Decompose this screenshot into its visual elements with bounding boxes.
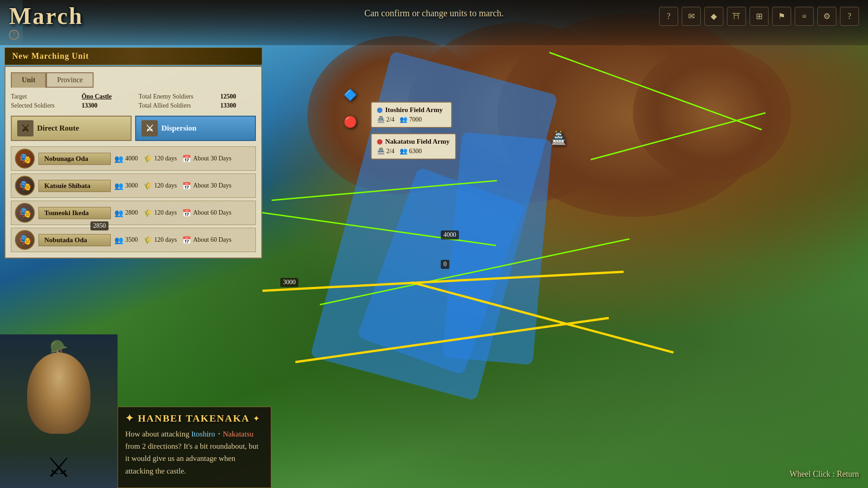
toolbar-help-btn[interactable]: ? [659, 7, 678, 26]
soldiers-icon-4: 👥 [114, 236, 123, 244]
march-value-nobutada: About 60 Days [193, 236, 231, 244]
commander-row-nobutada[interactable]: 🎭 Nobutada Oda 👥 3500 🌾 120 days 📅 About… [11, 228, 256, 252]
direct-route-btn[interactable]: ⚔ Direct Route [11, 116, 132, 141]
stat-march-nobutada: 📅 About 60 Days [182, 236, 231, 244]
march-icon-2: 📅 [182, 182, 191, 190]
castle-icon-map: 🏯 [552, 131, 565, 145]
soldiers-value-katsuie: 3000 [125, 182, 138, 189]
commander-avatar-nobutada: 🎭 [15, 230, 35, 250]
char-name-decoration: ✦ [125, 413, 134, 424]
tab-province[interactable]: Province [46, 72, 94, 88]
selected-soldiers-value: 13300 [81, 102, 131, 109]
army-soldiers-itoshiro: 👥 7000 [400, 116, 422, 123]
army-soldiers-nakatatsu: 👥 6300 [400, 147, 422, 155]
panel-content: Unit Province Target Ōno Castle Total En… [5, 66, 262, 258]
tab-unit[interactable]: Unit [11, 72, 46, 88]
toolbar-flag-btn[interactable]: ⚑ [772, 7, 791, 26]
commander-stats-nobutada: 👥 3500 🌾 120 days 📅 About 60 Days [114, 236, 231, 244]
commander-stats-nobunaga: 👥 4000 🌾 120 days 📅 About 30 Days [114, 155, 231, 163]
commander-list: 🎭 Nobunaga Oda 👥 4000 🌾 120 days 📅 About… [11, 146, 256, 252]
supply-value-nobunaga: 120 days [154, 155, 177, 162]
toolbar-list-btn[interactable]: ≡ [795, 7, 814, 26]
toolbar-tower-btn[interactable]: ⛩ [727, 7, 746, 26]
stat-supply-katsuie: 🌾 120 days [143, 182, 177, 190]
dispersion-btn[interactable]: ⚔ Dispersion [135, 116, 256, 141]
army-dot-blue [377, 108, 382, 113]
commander-row-tsuneoki[interactable]: 🎭 Tsuneoki Ikeda 👥 2800 🌾 120 days 📅 Abo… [11, 201, 256, 225]
stat-soldiers-katsuie: 👥 3000 [114, 182, 138, 190]
left-panel: New Marching Unit Unit Province Target Ō… [5, 47, 262, 258]
target-info: Target Ōno Castle Total Enemy Soldiers 1… [11, 93, 256, 109]
commander-avatar-nobunaga: 🎭 [15, 149, 35, 169]
target-castle: Ōno Castle [81, 93, 131, 100]
supply-icon: 🌾 [143, 155, 152, 163]
portrait-face [27, 352, 90, 434]
commander-name-nobutada: Nobutada Oda [38, 234, 111, 246]
panel-header: New Marching Unit [5, 47, 262, 65]
toolbar-diamond-btn[interactable]: ◆ [704, 7, 723, 26]
army-units-itoshiro: 🏯 2/4 [377, 116, 394, 123]
portrait-body: ⚔ [0, 443, 118, 488]
direct-route-avatar: ⚔ [17, 120, 33, 136]
stat-soldiers-nobunaga: 👥 4000 [114, 155, 138, 163]
allied-soldiers-value: 13300 [220, 102, 256, 109]
army-tooltip-itoshiro: Itoshiro Field Army 🏯 2/4 👥 7000 [371, 102, 452, 128]
commander-row-katsuie[interactable]: 🎭 Katsuie Shibata 👥 3000 🌾 120 days 📅 Ab… [11, 174, 256, 198]
tabs-container: Unit Province [11, 72, 256, 88]
castle-marker-blue: 🔷 [344, 88, 357, 102]
toolbar: ? ✉ ◆ ⛩ ⊞ ⚑ ≡ ⚙ ? [659, 7, 859, 26]
center-message: Can confirm or change units to march. [364, 8, 504, 19]
army-units-nakatatsu: 🏯 2/4 [377, 147, 394, 155]
stat-supply-nobunaga: 🌾 120 days [143, 155, 177, 163]
soldiers-icon-3: 👥 [114, 209, 123, 217]
march-icon-4: 📅 [182, 236, 191, 244]
unit-label-0a: 0 [441, 260, 449, 269]
mountain-terrain-far-right [633, 45, 791, 181]
stat-march-katsuie: 📅 About 30 Days [182, 182, 231, 190]
highlight-itoshiro: Itoshiro [191, 430, 215, 438]
soldiers-icon-2: 👥 [114, 182, 123, 190]
route-buttons: ⚔ Direct Route ⚔ Dispersion [11, 116, 256, 141]
army-stats-itoshiro: 🏯 2/4 👥 7000 [377, 116, 446, 123]
stat-march-nobunaga: 📅 About 30 Days [182, 155, 231, 163]
title-area: March ? [9, 5, 83, 40]
army-tooltip-nakatatsu: Nakatatsu Field Army 🏯 2/4 👥 6300 [371, 133, 456, 160]
commander-name-nobunaga: Nobunaga Oda [38, 153, 111, 165]
commander-name-katsuie: Katsuie Shibata [38, 180, 111, 192]
supply-icon-3: 🌾 [143, 209, 152, 217]
direct-route-label: Direct Route [37, 124, 79, 133]
commander-row-nobunaga[interactable]: 🎭 Nobunaga Oda 👥 4000 🌾 120 days 📅 About… [11, 146, 256, 171]
army-name-nakatatsu: Nakatatsu Field Army [377, 138, 450, 145]
toolbar-info-btn[interactable]: ? [840, 7, 859, 26]
dispersion-avatar: ⚔ [142, 120, 158, 136]
commander-stats-tsuneoki: 👥 2800 🌾 120 days 📅 About 60 Days [114, 209, 231, 217]
army-stats-nakatatsu: 🏯 2/4 👥 6300 [377, 147, 450, 155]
army-name-itoshiro: Itoshiro Field Army [377, 106, 446, 114]
commander-stats-katsuie: 👥 3000 🌾 120 days 📅 About 30 Days [114, 182, 231, 190]
soldiers-value-nobunaga: 4000 [125, 155, 138, 162]
dispersion-label: Dispersion [161, 124, 196, 133]
stat-march-tsuneoki: 📅 About 60 Days [182, 209, 231, 217]
stat-soldiers-tsuneoki: 👥 2800 [114, 209, 138, 217]
toolbar-grid-btn[interactable]: ⊞ [750, 7, 769, 26]
bottom-right-hint: Wheel Click : Return [790, 469, 859, 479]
title-help-icon[interactable]: ? [9, 30, 19, 40]
character-name: ✦ Hanbei Takenaka ✦ [125, 413, 264, 424]
game-title: March [9, 5, 83, 28]
toolbar-message-btn[interactable]: ✉ [682, 7, 701, 26]
march-value-katsuie: About 30 Days [193, 182, 231, 189]
march-value-nobunaga: About 30 Days [193, 155, 231, 162]
march-value-tsuneoki: About 60 Days [193, 209, 231, 216]
stat-supply-nobutada: 🌾 120 days [143, 236, 177, 244]
portrait-armor: ⚔ [47, 451, 71, 483]
stat-supply-tsuneoki: 🌾 120 days [143, 209, 177, 217]
commander-name-tsuneoki: Tsuneoki Ikeda [38, 207, 111, 219]
character-portrait: 🪖 ⚔ [0, 334, 118, 488]
soldiers-value-nobutada: 3500 [125, 236, 138, 244]
dialogue-box: ✦ Hanbei Takenaka ✦ How about attacking … [118, 407, 271, 488]
supply-value-nobutada: 120 days [154, 236, 177, 244]
toolbar-settings-btn[interactable]: ⚙ [817, 7, 836, 26]
panel-header-title: New Marching Unit [12, 52, 255, 61]
supply-value-tsuneoki: 120 days [154, 209, 177, 216]
unit-label-2850: 2850 [90, 221, 108, 230]
